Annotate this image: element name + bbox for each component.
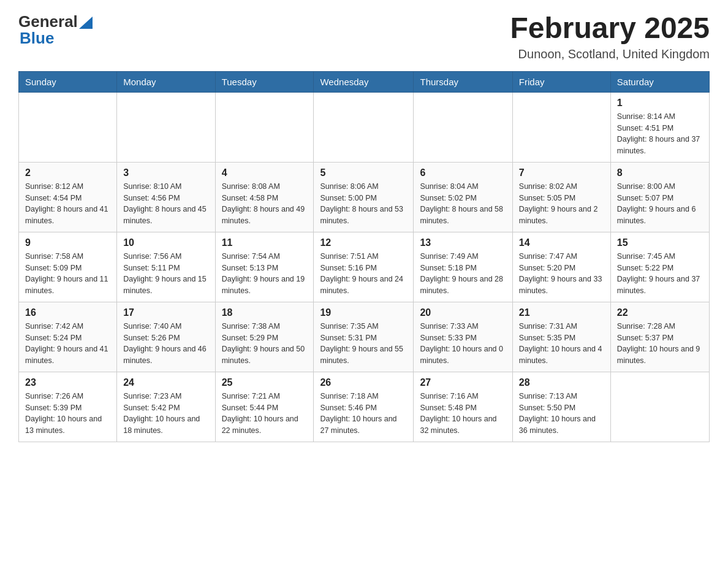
location-text: Dunoon, Scotland, United Kingdom: [510, 47, 710, 61]
day-info: Sunrise: 8:02 AMSunset: 5:05 PMDaylight:…: [519, 181, 604, 227]
calendar-cell: [117, 92, 215, 162]
calendar-cell: 14Sunrise: 7:47 AMSunset: 5:20 PMDayligh…: [512, 232, 610, 302]
weekday-header-saturday: Saturday: [610, 71, 709, 92]
day-info: Sunrise: 8:12 AMSunset: 4:54 PMDaylight:…: [25, 181, 110, 227]
calendar-cell: 26Sunrise: 7:18 AMSunset: 5:46 PMDayligh…: [314, 372, 414, 442]
day-info: Sunrise: 7:33 AMSunset: 5:33 PMDaylight:…: [420, 321, 506, 367]
day-info: Sunrise: 7:13 AMSunset: 5:50 PMDaylight:…: [519, 391, 604, 437]
calendar-cell: 3Sunrise: 8:10 AMSunset: 4:56 PMDaylight…: [117, 162, 215, 232]
calendar-cell: 23Sunrise: 7:26 AMSunset: 5:39 PMDayligh…: [19, 372, 117, 442]
day-info: Sunrise: 7:21 AMSunset: 5:44 PMDaylight:…: [222, 391, 308, 437]
day-number: 23: [25, 377, 110, 388]
month-title: February 2025: [510, 12, 710, 45]
calendar-cell: [610, 372, 709, 442]
day-number: 26: [320, 377, 407, 388]
calendar-cell: 5Sunrise: 8:06 AMSunset: 5:00 PMDaylight…: [314, 162, 414, 232]
calendar-cell: 17Sunrise: 7:40 AMSunset: 5:26 PMDayligh…: [117, 302, 215, 372]
calendar-cell: 28Sunrise: 7:13 AMSunset: 5:50 PMDayligh…: [512, 372, 610, 442]
calendar-cell: 27Sunrise: 7:16 AMSunset: 5:48 PMDayligh…: [414, 372, 512, 442]
day-info: Sunrise: 7:56 AMSunset: 5:11 PMDaylight:…: [123, 251, 208, 297]
day-info: Sunrise: 7:40 AMSunset: 5:26 PMDaylight:…: [123, 321, 208, 367]
day-number: 11: [222, 237, 308, 248]
week-row-4: 16Sunrise: 7:42 AMSunset: 5:24 PMDayligh…: [19, 302, 710, 372]
weekday-header-friday: Friday: [512, 71, 610, 92]
calendar-cell: 8Sunrise: 8:00 AMSunset: 5:07 PMDaylight…: [610, 162, 709, 232]
day-number: 21: [519, 307, 604, 318]
calendar-table: SundayMondayTuesdayWednesdayThursdayFrid…: [18, 71, 710, 442]
calendar-cell: 12Sunrise: 7:51 AMSunset: 5:16 PMDayligh…: [314, 232, 414, 302]
calendar-cell: 9Sunrise: 7:58 AMSunset: 5:09 PMDaylight…: [19, 232, 117, 302]
day-number: 3: [123, 167, 208, 178]
calendar-cell: 16Sunrise: 7:42 AMSunset: 5:24 PMDayligh…: [19, 302, 117, 372]
svg-marker-0: [79, 17, 93, 29]
day-number: 24: [123, 377, 208, 388]
day-info: Sunrise: 7:18 AMSunset: 5:46 PMDaylight:…: [320, 391, 407, 437]
day-number: 17: [123, 307, 208, 318]
day-number: 8: [617, 167, 703, 178]
page-header: General Blue February 2025 Dunoon, Scotl…: [18, 12, 710, 61]
day-number: 5: [320, 167, 407, 178]
day-info: Sunrise: 7:45 AMSunset: 5:22 PMDaylight:…: [617, 251, 703, 297]
calendar-header-row: SundayMondayTuesdayWednesdayThursdayFrid…: [19, 71, 710, 92]
calendar-cell: 19Sunrise: 7:35 AMSunset: 5:31 PMDayligh…: [314, 302, 414, 372]
day-info: Sunrise: 7:28 AMSunset: 5:37 PMDaylight:…: [617, 321, 703, 367]
day-info: Sunrise: 8:00 AMSunset: 5:07 PMDaylight:…: [617, 181, 703, 227]
calendar-cell: 18Sunrise: 7:38 AMSunset: 5:29 PMDayligh…: [215, 302, 314, 372]
weekday-header-monday: Monday: [117, 71, 215, 92]
calendar-cell: 7Sunrise: 8:02 AMSunset: 5:05 PMDaylight…: [512, 162, 610, 232]
calendar-cell: 21Sunrise: 7:31 AMSunset: 5:35 PMDayligh…: [512, 302, 610, 372]
day-info: Sunrise: 7:58 AMSunset: 5:09 PMDaylight:…: [25, 251, 110, 297]
logo-blue-text: Blue: [20, 29, 54, 48]
week-row-2: 2Sunrise: 8:12 AMSunset: 4:54 PMDaylight…: [19, 162, 710, 232]
day-info: Sunrise: 8:08 AMSunset: 4:58 PMDaylight:…: [222, 181, 308, 227]
day-number: 7: [519, 167, 604, 178]
weekday-header-wednesday: Wednesday: [314, 71, 414, 92]
day-info: Sunrise: 7:51 AMSunset: 5:16 PMDaylight:…: [320, 251, 407, 297]
calendar-cell: [414, 92, 512, 162]
calendar-cell: 22Sunrise: 7:28 AMSunset: 5:37 PMDayligh…: [610, 302, 709, 372]
day-number: 4: [222, 167, 308, 178]
day-number: 2: [25, 167, 110, 178]
day-number: 10: [123, 237, 208, 248]
calendar-cell: 11Sunrise: 7:54 AMSunset: 5:13 PMDayligh…: [215, 232, 314, 302]
calendar-cell: 4Sunrise: 8:08 AMSunset: 4:58 PMDaylight…: [215, 162, 314, 232]
calendar-cell: 2Sunrise: 8:12 AMSunset: 4:54 PMDaylight…: [19, 162, 117, 232]
day-number: 19: [320, 307, 407, 318]
title-block: February 2025 Dunoon, Scotland, United K…: [510, 12, 710, 61]
day-number: 25: [222, 377, 308, 388]
calendar-cell: [314, 92, 414, 162]
week-row-1: 1Sunrise: 8:14 AMSunset: 4:51 PMDaylight…: [19, 92, 710, 162]
calendar-cell: 10Sunrise: 7:56 AMSunset: 5:11 PMDayligh…: [117, 232, 215, 302]
day-info: Sunrise: 7:47 AMSunset: 5:20 PMDaylight:…: [519, 251, 604, 297]
day-number: 9: [25, 237, 110, 248]
logo-triangle-icon: [79, 17, 93, 29]
day-info: Sunrise: 8:04 AMSunset: 5:02 PMDaylight:…: [420, 181, 506, 227]
day-info: Sunrise: 7:54 AMSunset: 5:13 PMDaylight:…: [222, 251, 308, 297]
calendar-cell: [512, 92, 610, 162]
day-number: 16: [25, 307, 110, 318]
weekday-header-thursday: Thursday: [414, 71, 512, 92]
calendar-cell: 1Sunrise: 8:14 AMSunset: 4:51 PMDaylight…: [610, 92, 709, 162]
calendar-cell: 25Sunrise: 7:21 AMSunset: 5:44 PMDayligh…: [215, 372, 314, 442]
day-info: Sunrise: 8:10 AMSunset: 4:56 PMDaylight:…: [123, 181, 208, 227]
day-info: Sunrise: 7:26 AMSunset: 5:39 PMDaylight:…: [25, 391, 110, 437]
day-info: Sunrise: 7:49 AMSunset: 5:18 PMDaylight:…: [420, 251, 506, 297]
day-info: Sunrise: 7:38 AMSunset: 5:29 PMDaylight:…: [222, 321, 308, 367]
week-row-3: 9Sunrise: 7:58 AMSunset: 5:09 PMDaylight…: [19, 232, 710, 302]
day-number: 6: [420, 167, 506, 178]
calendar-cell: 24Sunrise: 7:23 AMSunset: 5:42 PMDayligh…: [117, 372, 215, 442]
week-row-5: 23Sunrise: 7:26 AMSunset: 5:39 PMDayligh…: [19, 372, 710, 442]
day-info: Sunrise: 7:42 AMSunset: 5:24 PMDaylight:…: [25, 321, 110, 367]
calendar-cell: 20Sunrise: 7:33 AMSunset: 5:33 PMDayligh…: [414, 302, 512, 372]
calendar-cell: 13Sunrise: 7:49 AMSunset: 5:18 PMDayligh…: [414, 232, 512, 302]
day-number: 12: [320, 237, 407, 248]
day-number: 13: [420, 237, 506, 248]
day-number: 14: [519, 237, 604, 248]
day-info: Sunrise: 7:31 AMSunset: 5:35 PMDaylight:…: [519, 321, 604, 367]
calendar-cell: [19, 92, 117, 162]
day-number: 18: [222, 307, 308, 318]
day-number: 28: [519, 377, 604, 388]
weekday-header-tuesday: Tuesday: [215, 71, 314, 92]
day-info: Sunrise: 7:16 AMSunset: 5:48 PMDaylight:…: [420, 391, 506, 437]
calendar-cell: 6Sunrise: 8:04 AMSunset: 5:02 PMDaylight…: [414, 162, 512, 232]
